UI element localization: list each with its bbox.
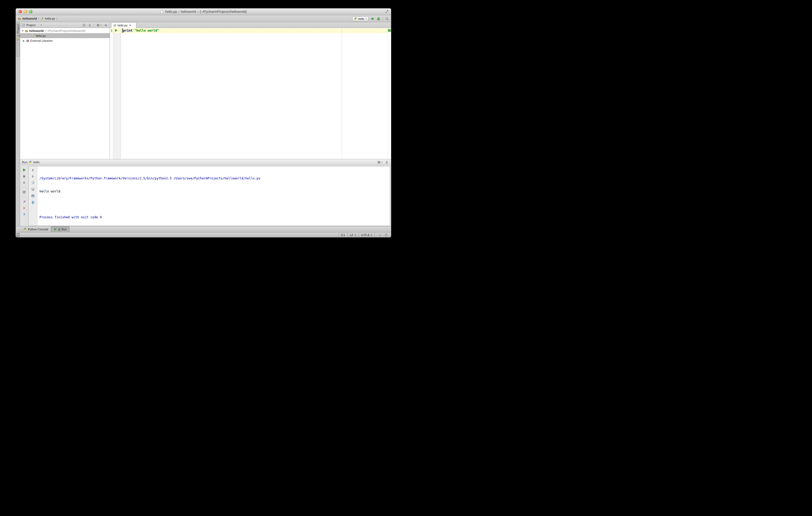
editor-area: hello.py × 1 print "hello world": [110, 22, 391, 159]
rerun-button[interactable]: [23, 168, 26, 172]
run-line-marker-icon[interactable]: [114, 29, 118, 32]
run-tab-button[interactable]: 4: Run: [51, 226, 69, 233]
pin-tab-button[interactable]: [23, 200, 26, 204]
line-separator-widget[interactable]: LF: [347, 233, 359, 237]
breadcrumb-project[interactable]: helloworld: [23, 17, 37, 20]
collapse-all-button[interactable]: [88, 24, 91, 27]
close-window-button[interactable]: [19, 10, 22, 13]
run-icon: [54, 228, 57, 231]
caret-position-value: 5:1: [341, 234, 345, 237]
console-line: /System/Library/Frameworks/Python.framew…: [39, 176, 389, 181]
project-tab-label: 1: Project: [17, 24, 20, 36]
header-separator: [66, 23, 66, 27]
readonly-lock-icon[interactable]: [378, 233, 382, 237]
encoding-value: UTF-8: [361, 234, 370, 237]
encoding-widget[interactable]: UTF-8: [359, 233, 375, 237]
gutter-border: [121, 28, 121, 159]
chevron-down-icon: ▾: [381, 161, 382, 163]
soft-wrap-button[interactable]: [31, 181, 35, 185]
debug-button[interactable]: [377, 17, 380, 21]
project-panel: Project ▾ ▾ ▼ helloworld (~/PycharmProje…: [20, 22, 110, 159]
navigation-bar: helloworld › hello.py › hello ▾: [16, 15, 391, 22]
string-token: "hello world": [133, 29, 159, 32]
error-stripe-column[interactable]: [388, 28, 391, 159]
tree-node-name: External Libraries: [30, 39, 53, 42]
console-frame: /System/Library/Frameworks/Python.framew…: [28, 166, 390, 226]
toolbar-separator: [22, 197, 27, 197]
tree-row-project-root[interactable]: ▼ helloworld (~/PycharmProjects/hellowor…: [20, 28, 110, 33]
editor-body[interactable]: 1 print "hello world": [110, 28, 391, 159]
pycharm-logo-icon: [16, 37, 20, 41]
python-console-button[interactable]: Python Console: [21, 226, 51, 233]
run-config-name: hello: [33, 161, 39, 164]
zoom-window-button[interactable]: [29, 10, 32, 13]
print-button[interactable]: [31, 194, 35, 198]
tree-row-hello-py[interactable]: hello.py: [20, 33, 110, 38]
hector-inspector-icon[interactable]: [384, 233, 388, 237]
project-panel-toolbar: ▾: [82, 22, 107, 28]
scroll-from-source-button[interactable]: [82, 24, 86, 27]
console-line: hello world: [39, 189, 389, 194]
toolbar-separator: [94, 23, 94, 27]
hide-panel-button[interactable]: [385, 161, 388, 164]
show-running-processes-button[interactable]: [23, 190, 26, 194]
sidebar-item-project[interactable]: 1: Project: [16, 23, 20, 57]
tab-hello-py[interactable]: hello.py ×: [111, 22, 136, 28]
window-title: hello.py – helloworld – [~/PycharmProjec…: [165, 10, 246, 13]
run-controls: hello ▾: [352, 15, 389, 22]
close-tab-icon[interactable]: ×: [129, 24, 131, 27]
spinner-arrows-icon: [354, 234, 356, 237]
text-caret: [122, 28, 123, 33]
code-line-1[interactable]: print "hello world": [123, 29, 159, 32]
libraries-icon: [26, 39, 29, 42]
folder-icon: [18, 17, 21, 20]
search-everywhere-icon[interactable]: [385, 17, 389, 21]
settings-gear-button[interactable]: [377, 161, 381, 164]
toolbar-separator: [383, 17, 383, 21]
run-panel-toolbar: ▾: [377, 159, 388, 165]
down-stacktrace-button[interactable]: [31, 175, 34, 178]
gutter-marker-strip: [113, 33, 121, 159]
run-panel-title: Run: [22, 161, 27, 164]
chevron-down-icon: ▾: [366, 18, 367, 20]
help-button[interactable]: ?: [23, 213, 25, 216]
toggle-toolwindows-button[interactable]: [17, 233, 20, 236]
project-view-icon: [22, 23, 25, 27]
tab-label: hello.py: [118, 24, 127, 27]
python-file-icon: [113, 24, 116, 27]
inspections-ok-indicator[interactable]: [388, 29, 391, 32]
up-stacktrace-button[interactable]: [31, 169, 34, 172]
hide-panel-button[interactable]: [104, 24, 107, 27]
pause-button[interactable]: [23, 181, 26, 184]
console-line: Process finished with exit code 0: [39, 215, 389, 220]
console-output[interactable]: /System/Library/Frameworks/Python.framew…: [39, 168, 389, 225]
window-title-group: hello.py – helloworld – [~/PycharmProjec…: [160, 10, 246, 13]
console-line: [39, 202, 389, 207]
settings-gear-button[interactable]: [96, 24, 100, 27]
run-tool-window: Run hello ▾ ✕ ?: [20, 159, 391, 226]
run-panel-header[interactable]: Run hello ▾: [20, 159, 391, 165]
scroll-to-end-button[interactable]: [31, 187, 35, 191]
run-configuration-select[interactable]: hello ▾: [352, 17, 369, 21]
project-panel-header[interactable]: Project ▾ ▾: [20, 22, 110, 28]
title-bar[interactable]: hello.py – helloworld – [~/PycharmProjec…: [16, 8, 391, 15]
expand-collapse-icon[interactable]: ▼: [22, 30, 24, 32]
python-icon: [24, 228, 27, 231]
close-console-button[interactable]: ✕: [23, 207, 26, 210]
python-file-icon: [32, 34, 35, 37]
expand-collapse-icon[interactable]: ▶: [23, 39, 25, 42]
breadcrumb-file[interactable]: hello.py: [45, 17, 55, 20]
tree-row-external-libraries[interactable]: ▶ External Libraries: [20, 38, 110, 43]
project-view-label: Project: [26, 24, 35, 27]
tree-node-path: (~/PycharmProjects/helloworld): [45, 29, 85, 32]
clear-console-button[interactable]: [31, 201, 35, 204]
run-button[interactable]: [371, 17, 374, 20]
caret-position-widget[interactable]: 5:1: [339, 233, 347, 237]
line-separator-value: LF: [350, 234, 353, 237]
fullscreen-grip-icon[interactable]: [385, 10, 389, 13]
folder-icon: [25, 29, 28, 32]
chevron-down-icon: ▾: [100, 24, 102, 26]
minimize-window-button[interactable]: [24, 10, 27, 13]
stop-button[interactable]: [23, 175, 26, 178]
editor-tab-bar: hello.py ×: [110, 22, 391, 28]
